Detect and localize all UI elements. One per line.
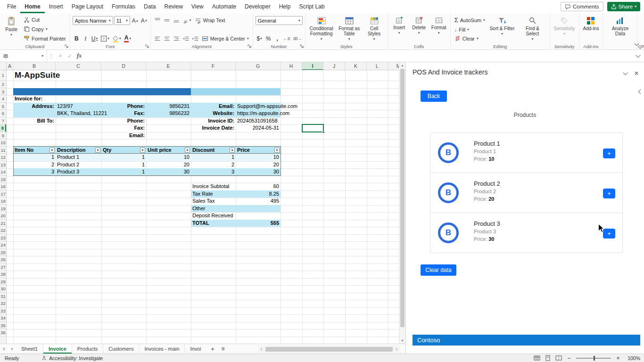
cell-C6[interactable]: BKK, Thailand, 11221 xyxy=(56,110,101,117)
menu-tab-data[interactable]: Data xyxy=(140,0,160,13)
cell-E5[interactable]: 9856231 xyxy=(146,103,191,110)
select-all-corner[interactable] xyxy=(0,62,7,70)
cell-F5[interactable]: Email: xyxy=(191,103,236,110)
pane-options-button[interactable] xyxy=(620,69,630,78)
wrap-text-button[interactable]: Wrap Text xyxy=(193,16,227,24)
row-header-8[interactable]: 8 xyxy=(0,124,6,132)
column-header-E[interactable]: E xyxy=(146,62,191,70)
clipboard-dialog-launcher[interactable] xyxy=(64,44,69,49)
row-header-2[interactable]: 2 xyxy=(0,81,6,88)
cell-F11[interactable]: Discount▾ xyxy=(191,147,236,154)
borders-button[interactable]: ▾ xyxy=(99,34,110,43)
row-header-23[interactable]: 23 xyxy=(0,234,6,242)
hscroll-right-arrow[interactable]: › xyxy=(394,346,400,353)
row-header-10[interactable]: 10 xyxy=(0,139,6,147)
align-bottom-button[interactable] xyxy=(172,16,181,25)
normal-view-icon[interactable] xyxy=(534,355,540,361)
row-header-28[interactable]: 28 xyxy=(0,271,6,278)
row-header-33[interactable]: 33 xyxy=(0,307,6,315)
row-header-7[interactable]: 7 xyxy=(0,117,6,125)
row-header-1[interactable]: 1 xyxy=(0,70,6,81)
cell-D5[interactable]: Phone: xyxy=(101,103,146,110)
cell-E11[interactable]: Unit price▾ xyxy=(146,147,191,154)
grid-body[interactable]: M-AppSuiteInvoice for:Address:123/97Phon… xyxy=(0,70,399,344)
insert-cells-button[interactable]: Insert ▾ xyxy=(390,15,408,43)
column-header-J[interactable]: J xyxy=(323,62,345,70)
menu-tab-review[interactable]: Review xyxy=(160,0,187,13)
cell-D12[interactable]: 1 xyxy=(101,154,146,161)
cell-B11[interactable]: Item No▾ xyxy=(13,147,56,154)
cell-C14[interactable]: Product 3 xyxy=(56,168,101,176)
sensitivity-button[interactable]: Sensitivity ▾ xyxy=(553,15,577,43)
clear-button[interactable]: Clear ▾ xyxy=(453,35,487,42)
column-header-L[interactable]: L xyxy=(367,62,388,70)
font-size-select[interactable]: 11▾ xyxy=(114,16,130,25)
all-sheets-button[interactable]: ≡ xyxy=(218,346,228,352)
cell-C13[interactable]: Product 2 xyxy=(56,161,101,169)
menu-tab-file[interactable]: File xyxy=(3,0,20,13)
align-left-button[interactable] xyxy=(153,34,162,43)
cell-F16[interactable]: Invoice Subtotal xyxy=(191,183,236,190)
insert-function-button[interactable]: fx xyxy=(74,52,84,59)
zoom-out-button[interactable]: − xyxy=(566,355,572,362)
menu-tab-automate[interactable]: Automate xyxy=(208,0,240,13)
format-painter-button[interactable]: Format Painter xyxy=(22,35,67,42)
orientation-button[interactable]: ab▾ xyxy=(182,16,192,25)
underline-button[interactable]: U▾ xyxy=(91,34,99,43)
name-box-dropdown-arrow[interactable]: ▾ xyxy=(41,54,43,58)
menu-tab-script-lab[interactable]: Script Lab xyxy=(295,0,329,13)
column-header-D[interactable]: D xyxy=(101,62,146,70)
bold-button[interactable]: B xyxy=(73,34,81,43)
cell-D7[interactable]: Phone: xyxy=(101,117,146,125)
page-layout-view-icon[interactable] xyxy=(545,355,551,361)
add-product-1-button[interactable]: + xyxy=(603,148,615,158)
sheet-tab-products[interactable]: Products xyxy=(72,344,103,354)
column-header-C[interactable]: C xyxy=(56,62,101,70)
format-as-table-button[interactable]: Format as Table ▾ xyxy=(337,15,362,43)
formula-bar-expand-button[interactable] xyxy=(632,55,644,57)
cell-G6[interactable]: https://m-appsuite.com xyxy=(236,110,281,117)
row-header-35[interactable]: 35 xyxy=(0,322,6,329)
row-header-3[interactable]: 3 xyxy=(0,88,6,96)
font-dialog-launcher[interactable] xyxy=(145,44,149,49)
row-header-15[interactable]: 15 xyxy=(0,176,6,183)
row-header-29[interactable]: 29 xyxy=(0,278,6,286)
accessibility-status[interactable]: Accessibility: Investigate xyxy=(41,355,103,361)
increase-decimal-button[interactable]: ←.0 xyxy=(282,34,291,43)
collapse-ribbon-button[interactable] xyxy=(633,41,640,47)
row-header-6[interactable]: 6 xyxy=(0,110,6,117)
row-header-30[interactable]: 30 xyxy=(0,285,6,293)
cell-F14[interactable]: 3 xyxy=(191,168,236,176)
formula-input[interactable] xyxy=(84,50,632,62)
cell-E14[interactable]: 30 xyxy=(146,168,191,176)
menu-tab-developer[interactable]: Developer xyxy=(240,0,275,13)
horizontal-scrollbar[interactable]: ‹ › xyxy=(258,346,400,353)
increase-font-size-button[interactable]: A▴ xyxy=(131,16,139,25)
increase-indent-button[interactable] xyxy=(191,34,199,43)
cell-D13[interactable]: 1 xyxy=(101,161,146,169)
row-header-27[interactable]: 27 xyxy=(0,263,6,271)
row-header-32[interactable]: 32 xyxy=(0,300,6,307)
filter-button-E11[interactable]: ▾ xyxy=(185,148,190,153)
align-right-button[interactable] xyxy=(172,34,181,43)
cell-B4[interactable]: Invoice for: xyxy=(13,95,56,103)
filter-button-B11[interactable]: ▾ xyxy=(50,148,55,153)
cell-G8[interactable]: 2024-05-31 xyxy=(236,124,281,132)
row-header-36[interactable]: 36 xyxy=(0,329,6,337)
alignment-dialog-launcher[interactable] xyxy=(247,44,252,49)
row-header-9[interactable]: 9 xyxy=(0,132,6,140)
number-dialog-launcher[interactable] xyxy=(299,44,304,49)
name-box-resizer[interactable]: ⋮ xyxy=(47,53,56,58)
align-center-button[interactable] xyxy=(163,34,171,43)
cell-F17[interactable]: Tax Rate xyxy=(191,190,236,198)
pane-close-button[interactable]: × xyxy=(632,69,641,78)
tab-scroll-right-button[interactable]: › xyxy=(8,344,16,354)
sheet-tab-customers[interactable]: Customers xyxy=(103,344,139,354)
align-middle-button[interactable] xyxy=(163,16,171,25)
hscroll-left-arrow[interactable]: ‹ xyxy=(258,346,264,353)
row-header-4[interactable]: 4 xyxy=(0,95,6,103)
menu-tab-formulas[interactable]: Formulas xyxy=(107,0,140,13)
cell-F18[interactable]: Sales Tax xyxy=(191,197,236,205)
row-header-31[interactable]: 31 xyxy=(0,293,6,300)
cell-C11[interactable]: Description▾ xyxy=(56,147,101,154)
